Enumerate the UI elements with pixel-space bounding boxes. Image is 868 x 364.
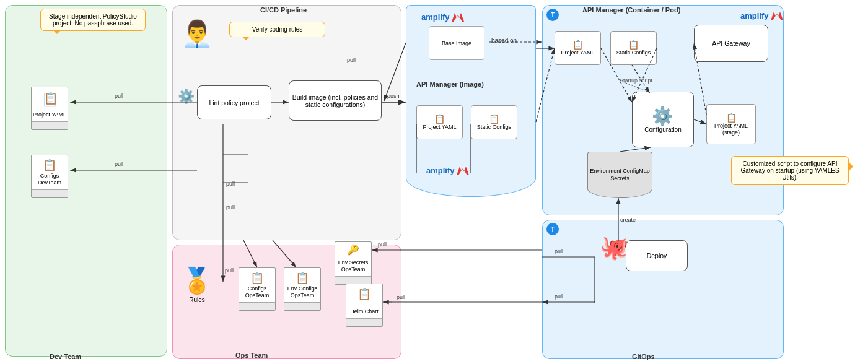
doc-env-configs-opsteam: 📋 Env Configs OpsTeam (284, 267, 321, 311)
amplify-icon-bottom (457, 167, 469, 175)
based-on-text: based on (491, 37, 517, 44)
callout-cicd: Verify coding rules (229, 22, 325, 37)
gitops-label: GitOps (632, 353, 655, 360)
svg-marker-2 (771, 12, 783, 20)
axway-icon-container: T (546, 9, 559, 21)
amplify-logo-top: amplify (421, 12, 464, 22)
doc-configs-devteam-label: Configs DevTeam (32, 173, 68, 186)
doc-configs-opsteam: 📋 Configs OpsTeam (239, 267, 276, 311)
env-configmap-box: Environment ConfigMap Secrets (587, 152, 652, 198)
svg-marker-0 (452, 13, 464, 22)
api-img-project-yaml: 📋 Project YAML (416, 105, 463, 139)
api-manager-img-label: API Manager (Image) (416, 80, 484, 88)
diagram-container: Dev Team CI/CD Pipeline Ops Team API Man… (0, 0, 868, 364)
api-img-static-configs: 📋 Static Configs (471, 105, 517, 139)
api-gateway-box: API Gateway (694, 25, 768, 62)
container-static-configs: 📋 Static Configs (610, 31, 657, 65)
doc-configs-devteam: 📋 Configs DevTeam (31, 155, 68, 198)
startup-script-label: Startup script (620, 77, 652, 84)
svg-marker-1 (457, 167, 469, 175)
lint-gear-icon: ⚙️ (178, 89, 195, 105)
doc-project-yaml-devteam: 📄 📋 Project YAML (31, 87, 68, 130)
rules-box: 🏅 Rules (182, 266, 213, 303)
lint-policy-box: Lint policy project (197, 85, 271, 119)
jenkins-figure: 👨‍💼 (181, 19, 213, 49)
configuration-box: ⚙️ Configuration (632, 92, 694, 147)
api-manager-container-label: API Manager (Container / Pod) (582, 6, 680, 14)
doc-env-secrets-opsteam: 🔑 Env Secrets OpsTeam (335, 241, 372, 285)
cicd-label: CI/CD Pipeline (260, 6, 307, 14)
container-project-yaml: 📋 Project YAML (555, 31, 601, 65)
opsteam-label: Ops Team (235, 352, 268, 359)
axway-icon-gitops: T (546, 223, 559, 235)
project-yaml-stage: 📋 Project YAML (stage) (706, 104, 756, 144)
doc-helm-chart: 📋 Helm Chart (346, 284, 383, 327)
amplify-icon-container (771, 12, 783, 20)
amplify-logo-bottom: amplify (426, 166, 469, 175)
deploy-box: Deploy (626, 240, 688, 271)
base-image-box: Base Image (429, 26, 484, 60)
region-devteam (5, 5, 167, 357)
doc-project-yaml-devteam-label: Project YAML (32, 111, 68, 118)
callout-custom-script: Customized script to configure API Gatew… (731, 156, 849, 185)
deploy-figure: 🐙 (600, 234, 629, 261)
amplify-icon-top (452, 13, 464, 22)
build-image-box: Build image (incl. policies and static c… (289, 80, 382, 121)
devteam-label: Dev Team (50, 353, 81, 360)
callout-devteam: Stage independent PolicyStudio project. … (40, 9, 146, 31)
amplify-logo-container: amplify (740, 11, 783, 20)
